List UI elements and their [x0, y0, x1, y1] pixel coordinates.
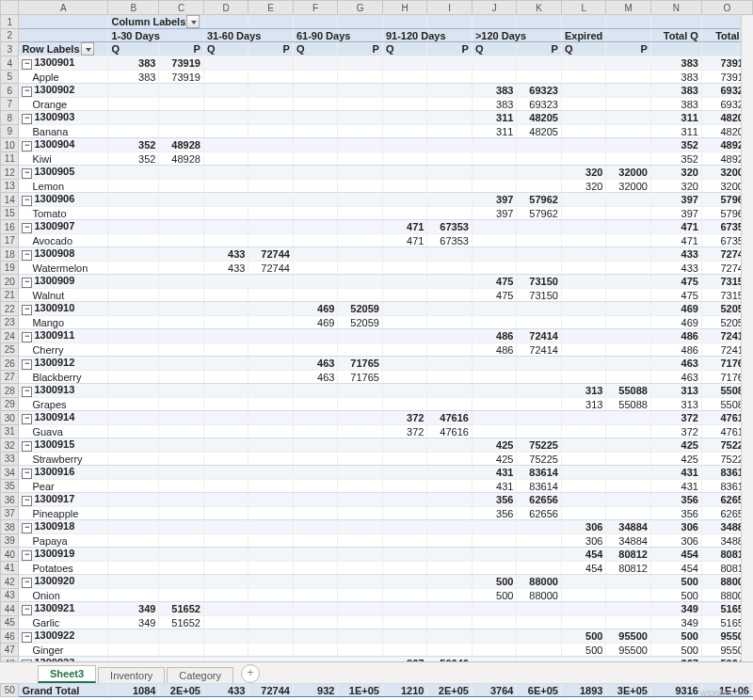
value-cell[interactable] — [561, 152, 606, 166]
value-cell[interactable] — [108, 493, 159, 507]
value-cell[interactable] — [338, 616, 383, 629]
row-label[interactable]: Pear — [19, 480, 108, 493]
value-cell[interactable] — [472, 616, 517, 629]
value-cell[interactable] — [203, 207, 248, 220]
value-cell[interactable] — [203, 84, 248, 98]
value-cell[interactable]: 471 — [382, 234, 427, 247]
total-q-cell[interactable]: 425 — [650, 453, 701, 466]
row-label[interactable]: −1300903 — [19, 111, 108, 125]
period-expired[interactable]: Expired — [561, 29, 650, 42]
column-labels-filter-icon[interactable] — [191, 21, 197, 24]
value-cell[interactable] — [248, 371, 294, 384]
value-cell[interactable] — [427, 71, 473, 84]
value-cell[interactable] — [472, 166, 517, 180]
value-cell[interactable] — [108, 193, 159, 207]
value-cell[interactable] — [382, 357, 427, 371]
value-cell[interactable]: 69323 — [517, 98, 562, 111]
value-cell[interactable] — [108, 234, 159, 247]
total-q-cell[interactable]: 431 — [650, 466, 701, 480]
value-cell[interactable] — [517, 602, 562, 616]
row-35[interactable]: 35 — [1, 480, 19, 493]
row-label[interactable]: Garlic — [19, 616, 108, 629]
value-cell[interactable]: 62656 — [517, 507, 562, 520]
value-cell[interactable] — [159, 166, 204, 180]
row-label[interactable]: Onion — [19, 589, 108, 602]
row-label[interactable]: −1300902 — [19, 84, 108, 98]
value-cell[interactable]: 306 — [561, 534, 606, 548]
value-cell[interactable] — [561, 84, 606, 98]
value-cell[interactable]: 57962 — [517, 193, 562, 207]
collapse-icon[interactable]: − — [22, 359, 32, 370]
row-15[interactable]: 15 — [1, 207, 19, 220]
value-cell[interactable] — [561, 56, 606, 71]
value-cell[interactable] — [606, 371, 651, 384]
value-cell[interactable] — [108, 425, 159, 438]
value-cell[interactable] — [108, 371, 159, 384]
value-cell[interactable] — [108, 575, 159, 589]
value-cell[interactable] — [108, 507, 159, 520]
value-cell[interactable] — [606, 56, 651, 71]
value-cell[interactable] — [561, 425, 606, 438]
value-cell[interactable] — [159, 507, 204, 520]
value-cell[interactable] — [293, 616, 338, 629]
value-cell[interactable] — [248, 71, 294, 84]
value-cell[interactable] — [248, 589, 294, 602]
row-label[interactable]: −1300910 — [19, 302, 108, 316]
value-cell[interactable] — [248, 125, 294, 138]
value-cell[interactable] — [159, 589, 204, 602]
total-q-cell[interactable]: 352 — [650, 138, 701, 152]
value-cell[interactable] — [606, 343, 651, 357]
value-cell[interactable] — [382, 589, 427, 602]
value-cell[interactable] — [293, 507, 338, 520]
value-cell[interactable] — [382, 71, 427, 84]
value-cell[interactable] — [606, 316, 651, 329]
value-cell[interactable] — [561, 371, 606, 384]
row-label[interactable]: Pineapple — [19, 507, 108, 520]
value-cell[interactable]: 475 — [472, 289, 517, 302]
value-cell[interactable] — [427, 438, 473, 453]
value-cell[interactable] — [203, 71, 248, 84]
row-17[interactable]: 17 — [1, 234, 19, 247]
value-cell[interactable] — [382, 180, 427, 193]
value-cell[interactable] — [517, 425, 562, 438]
row-label[interactable]: Blackberry — [19, 371, 108, 384]
value-cell[interactable] — [338, 247, 383, 262]
value-cell[interactable] — [108, 357, 159, 371]
value-cell[interactable] — [293, 644, 338, 657]
total-q-cell[interactable]: 349 — [650, 616, 701, 629]
value-cell[interactable] — [203, 56, 248, 71]
value-cell[interactable] — [203, 234, 248, 247]
value-cell[interactable] — [293, 602, 338, 616]
value-cell[interactable] — [293, 493, 338, 507]
value-cell[interactable] — [108, 438, 159, 453]
value-cell[interactable] — [203, 438, 248, 453]
value-cell[interactable] — [159, 480, 204, 493]
total-q-cell[interactable]: 313 — [650, 384, 701, 398]
value-cell[interactable] — [338, 411, 383, 425]
value-cell[interactable] — [382, 275, 427, 289]
value-cell[interactable] — [338, 207, 383, 220]
row-3[interactable]: 3 — [1, 42, 19, 56]
row-6[interactable]: 6 — [1, 84, 19, 98]
value-cell[interactable] — [338, 480, 383, 493]
value-cell[interactable] — [382, 480, 427, 493]
value-cell[interactable] — [203, 589, 248, 602]
value-cell[interactable] — [108, 411, 159, 425]
period-1-30[interactable]: 1-30 Days — [108, 29, 203, 42]
row-38[interactable]: 38 — [1, 520, 19, 534]
value-cell[interactable] — [203, 125, 248, 138]
row-label[interactable]: Mango — [19, 316, 108, 329]
col-M[interactable]: M — [606, 1, 651, 15]
value-cell[interactable] — [159, 384, 204, 398]
row-36[interactable]: 36 — [1, 493, 19, 507]
collapse-icon[interactable]: − — [22, 250, 32, 261]
row-label[interactable]: −1300922 — [19, 629, 108, 644]
value-cell[interactable] — [382, 329, 427, 343]
total-q-cell[interactable]: 500 — [650, 644, 701, 657]
row-12[interactable]: 12 — [1, 166, 19, 180]
value-cell[interactable]: 88000 — [517, 589, 562, 602]
value-cell[interactable] — [606, 98, 651, 111]
value-cell[interactable] — [427, 398, 473, 411]
value-cell[interactable] — [606, 493, 651, 507]
row-28[interactable]: 28 — [1, 384, 19, 398]
